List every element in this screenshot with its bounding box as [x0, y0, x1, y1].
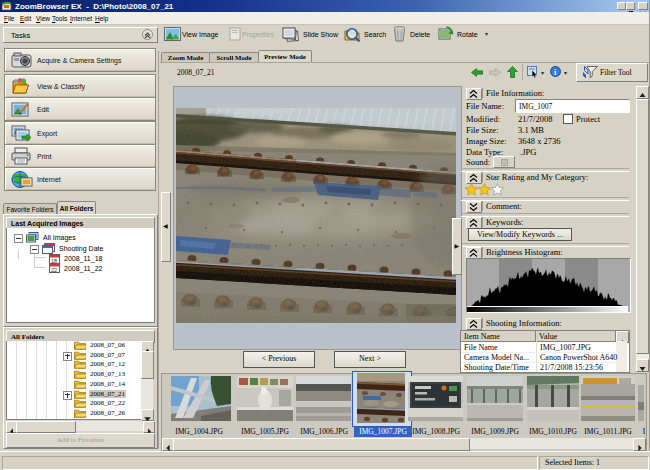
svg-text:22: 22 — [51, 267, 57, 273]
